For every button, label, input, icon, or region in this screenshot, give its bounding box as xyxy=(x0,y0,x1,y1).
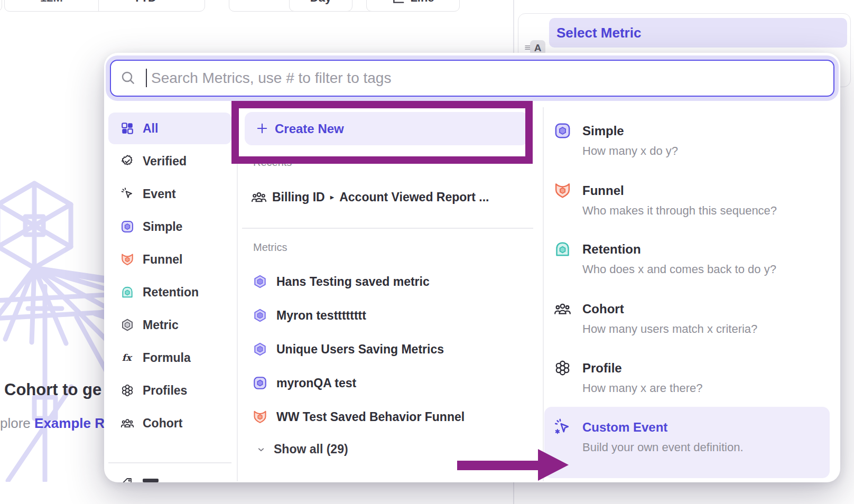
profiles-flower-icon xyxy=(120,384,134,397)
search-icon xyxy=(120,70,136,86)
sidebar-divider xyxy=(108,462,231,463)
simple-metric-icon xyxy=(554,122,571,139)
saved-metric-icon xyxy=(253,342,267,357)
metric-search-box[interactable] xyxy=(110,60,834,97)
clipped-sidebar-item-text xyxy=(143,479,159,482)
sidebar-item-verified[interactable]: Verified xyxy=(104,145,237,177)
annotation-highlight-box xyxy=(231,101,533,164)
saved-metric-icon xyxy=(253,274,267,289)
simple-metric-icon xyxy=(253,376,267,390)
metric-list-item[interactable]: Myron testttttttt xyxy=(253,306,366,324)
explore-prefix-text: plore xyxy=(0,415,31,431)
sidebar-item-metric[interactable]: Metric xyxy=(104,309,237,341)
retention-icon xyxy=(554,240,571,258)
range-12m-button[interactable]: 12M xyxy=(5,0,99,11)
funnel-icon xyxy=(253,409,267,424)
sidebar-item-cohort[interactable]: Cohort xyxy=(104,407,237,439)
cohort-people-icon xyxy=(251,189,267,205)
cohort-people-icon xyxy=(554,300,571,318)
toolbar-button-fragment[interactable] xyxy=(0,0,2,12)
metric-list-item[interactable]: myronQA test xyxy=(253,374,356,392)
funnel-icon xyxy=(120,253,134,266)
sidebar-item-formula[interactable]: Formula xyxy=(104,342,237,374)
sidebar-item-funnel[interactable]: Funnel xyxy=(104,244,237,275)
section-divider xyxy=(242,228,533,229)
annotation-arrow xyxy=(456,447,569,493)
day-interval-button[interactable]: Day xyxy=(289,0,352,12)
metric-hexagon-icon xyxy=(120,318,134,332)
line-chart-icon xyxy=(392,0,405,5)
event-cursor-icon xyxy=(120,187,134,201)
profiles-flower-icon xyxy=(554,359,571,377)
sidebar-item-simple[interactable]: Simple xyxy=(104,211,237,242)
search-input[interactable] xyxy=(151,61,822,96)
show-all-toggle[interactable]: Show all (29) xyxy=(256,442,348,456)
grid-all-icon xyxy=(120,122,134,135)
line-chart-type-button[interactable]: Line xyxy=(366,0,460,12)
range-ytd-button[interactable]: YTD xyxy=(99,0,205,11)
sidebar-item-profiles[interactable]: Profiles xyxy=(104,375,237,406)
tag-icon xyxy=(120,477,133,482)
empty-state-explore-line: plore Example R xyxy=(0,415,105,432)
cohort-people-icon xyxy=(120,416,134,430)
funnel-icon xyxy=(554,182,571,199)
simple-metric-icon xyxy=(120,220,134,234)
date-range-segmented-control: 12M YTD xyxy=(4,0,205,12)
text-caret xyxy=(146,69,147,87)
sidebar-item-event[interactable]: Event xyxy=(104,178,237,210)
empty-state-heading-fragment: Cohort to ge xyxy=(4,380,101,399)
metrics-section-label: Metrics xyxy=(253,241,287,254)
column-divider xyxy=(543,107,544,481)
recent-item[interactable]: Billing ID ▸ Account Viewed Report ... xyxy=(251,186,489,208)
chevron-down-icon xyxy=(256,444,266,455)
custom-event-icon xyxy=(554,418,571,436)
select-metric-field[interactable]: Select Metric xyxy=(549,18,847,48)
saved-metric-icon xyxy=(253,308,267,323)
retention-icon xyxy=(120,285,134,299)
example-reports-link[interactable]: Example R xyxy=(34,415,105,431)
sidebar-item-retention[interactable]: Retention xyxy=(104,276,237,308)
sidebar-item-all[interactable]: All xyxy=(104,113,237,144)
formula-fx-icon xyxy=(120,351,134,365)
metric-list-item[interactable]: Hans Testing saved metric xyxy=(253,273,430,291)
metric-list-item[interactable]: Unique Users Saving Metrics xyxy=(253,340,444,358)
metric-list-item[interactable]: WW Test Saved Behavior Funnel xyxy=(253,408,465,426)
chevron-down-icon xyxy=(161,0,170,3)
breadcrumb-arrow-icon: ▸ xyxy=(330,186,335,208)
verified-badge-icon xyxy=(120,154,134,168)
